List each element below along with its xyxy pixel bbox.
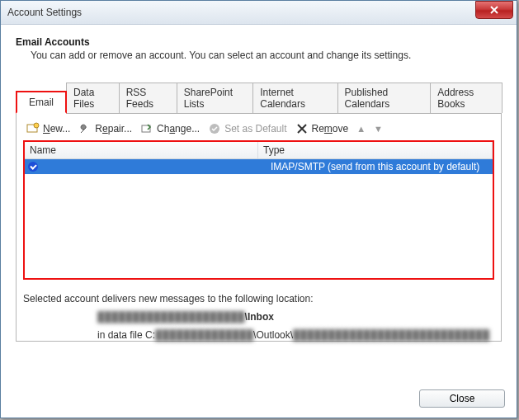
tab-internet-calendars[interactable]: Internet Calendars: [252, 83, 337, 113]
remove-icon: [295, 122, 309, 135]
new-button[interactable]: New...: [26, 122, 70, 135]
tab-label: Email: [29, 97, 54, 108]
accounts-listbox: Name Type IMAP/SMTP (send from this acco…: [23, 140, 494, 280]
tab-email[interactable]: Email: [16, 91, 67, 114]
move-up-button: ▲: [356, 124, 366, 134]
tab-sharepoint-lists[interactable]: SharePoint Lists: [177, 83, 254, 113]
move-down-button: ▼: [374, 124, 383, 134]
content-area: Email Accounts You can add or remove an …: [1, 25, 517, 350]
set-default-button: Set as Default: [208, 122, 286, 135]
tab-label: Address Books: [437, 87, 474, 110]
titlebar: Account Settings: [1, 1, 517, 25]
delivery-intro: Selected account delivers new messages t…: [23, 293, 494, 304]
new-icon: [26, 122, 40, 135]
footer: Close: [419, 389, 505, 408]
change-icon: [140, 122, 153, 135]
tab-label: Published Calendars: [345, 87, 390, 110]
column-header-type[interactable]: Type: [258, 142, 493, 158]
tab-pane-email: New... Repair... Change...: [16, 114, 502, 342]
window-title: Account Settings: [7, 7, 82, 18]
tab-rss-feeds[interactable]: RSS Feeds: [119, 83, 177, 113]
tabstrip: Email Data Files RSS Feeds SharePoint Li…: [16, 83, 502, 114]
repair-button[interactable]: Repair...: [78, 122, 132, 135]
page-title: Email Accounts: [16, 36, 502, 48]
check-circle-icon: [208, 122, 221, 135]
tab-address-books[interactable]: Address Books: [430, 83, 502, 113]
list-header: Name Type: [25, 142, 493, 159]
tab-published-calendars[interactable]: Published Calendars: [337, 83, 432, 113]
default-account-icon: [25, 162, 43, 172]
repair-icon: [78, 122, 92, 135]
set-default-label: Set as Default: [224, 123, 286, 134]
tab-label: Internet Calendars: [260, 87, 305, 110]
account-type-cell: IMAP/SMTP (send from this account by def…: [266, 161, 493, 172]
delivery-folder: █████████████████████\Inbox: [97, 311, 494, 323]
tab-label: Data Files: [73, 87, 94, 110]
close-button[interactable]: Close: [419, 389, 505, 408]
account-row[interactable]: IMAP/SMTP (send from this account by def…: [25, 159, 493, 174]
page-description: You can add or remove an account. You ca…: [31, 50, 502, 61]
window-close-button[interactable]: [475, 1, 513, 19]
delivery-datafile: in data file C:██████████████\Outlook\██…: [97, 329, 494, 341]
column-header-name[interactable]: Name: [25, 142, 258, 158]
new-label: ew...: [50, 123, 71, 134]
remove-button[interactable]: Remove: [295, 122, 349, 135]
tab-data-files[interactable]: Data Files: [66, 83, 120, 113]
list-body[interactable]: IMAP/SMTP (send from this account by def…: [25, 159, 493, 278]
close-icon: [490, 6, 498, 14]
delivery-info: Selected account delivers new messages t…: [23, 293, 494, 341]
svg-point-1: [34, 123, 39, 128]
change-button[interactable]: Change...: [140, 122, 200, 135]
tab-label: RSS Feeds: [126, 87, 153, 110]
account-settings-window: Account Settings Email Accounts You can …: [0, 0, 517, 418]
tab-label: SharePoint Lists: [184, 87, 233, 110]
toolbar: New... Repair... Change...: [23, 120, 494, 140]
